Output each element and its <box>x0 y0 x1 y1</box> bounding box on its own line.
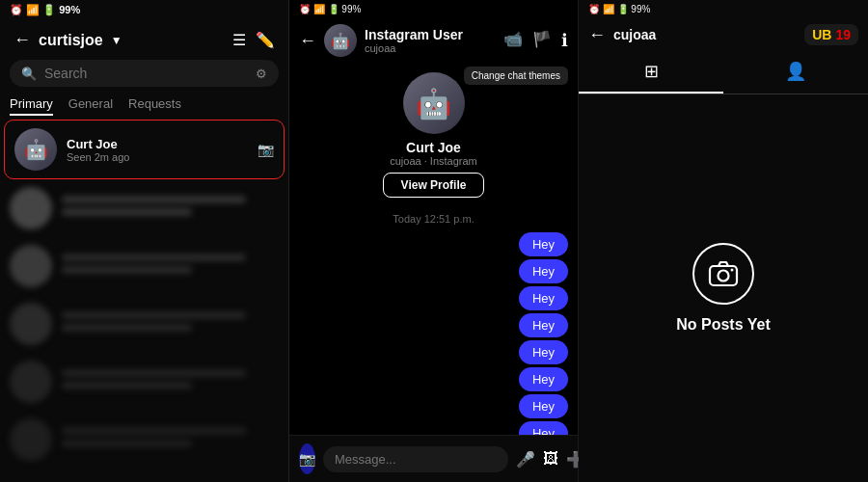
chat-header: ← 🤖 Instagram User cujoaa 📹 🏴 ℹ <box>289 18 578 63</box>
msg-bubble-6: Hey <box>519 394 568 418</box>
chat-header-sub: cujoaa <box>365 42 496 54</box>
dm-item-text: Curt Joe Seen 2m ago <box>67 137 248 163</box>
dm-item-sub: Seen 2m ago <box>67 151 248 163</box>
dm-header-left: ← curtisjoe ▼ <box>14 30 122 50</box>
profile-tabs: ⊞ 👤 <box>579 51 868 94</box>
dm-item-blurred-1 <box>0 179 288 237</box>
no-posts-camera-icon <box>692 243 754 305</box>
status-bar-panel1: ⏰ 📶 🔋 99% <box>0 0 288 20</box>
chat-profile-section: Change chat themes 🤖 Curt Joe cujoaa · I… <box>289 63 578 205</box>
dm-item-name: Curt Joe <box>67 137 248 151</box>
chat-back-icon[interactable]: ← <box>299 31 316 51</box>
no-posts-text: No Posts Yet <box>676 316 771 334</box>
dm-item-blurred-4 <box>0 353 288 411</box>
dm-list-panel: ⏰ 📶 🔋 99% ← curtisjoe ▼ ☰ ✏️ 🔍 ⚙ Primary… <box>0 0 289 482</box>
camera-small-icon: 📷 <box>258 142 274 157</box>
avatar-curt-joe: 🤖 <box>14 128 57 171</box>
svg-point-2 <box>731 269 734 272</box>
person-icon: 👤 <box>785 61 806 82</box>
profile-panel: ⏰ 📶 🔋 99% ← cujoaa UB 19 ⊞ 👤 No Post <box>579 0 868 482</box>
chat-input-bar: 📷 🎤 🖼 ➕ <box>289 435 578 482</box>
msg-bubble-7: Hey <box>519 421 568 435</box>
logo-number: 19 <box>835 27 851 42</box>
grid-icon: ⊞ <box>644 61 659 82</box>
chat-messages: Today 12:51 p.m. Hey Hey Hey Hey Hey Hey… <box>289 205 578 435</box>
view-profile-button[interactable]: View Profile <box>383 173 485 198</box>
chat-avatar: 🤖 <box>324 24 357 57</box>
chevron-down-icon[interactable]: ▼ <box>111 34 122 47</box>
logo-text: UB <box>812 27 831 42</box>
no-posts-section: No Posts Yet <box>579 94 868 482</box>
info-icon[interactable]: ℹ <box>561 30 568 51</box>
dm-item-blurred-2 <box>0 237 288 295</box>
search-icon: 🔍 <box>21 67 37 81</box>
msg-bubble-3: Hey <box>519 313 568 337</box>
profile-avatar-large: 🤖 <box>403 72 465 134</box>
chat-input-icons: 🎤 🖼 ➕ <box>516 450 585 469</box>
status-bar-panel2: ⏰ 📶 🔋 99% <box>289 0 578 18</box>
msg-bubble-2: Hey <box>519 286 568 310</box>
list-icon[interactable]: ☰ <box>232 31 246 49</box>
status-time-p1: ⏰ 📶 🔋 99% <box>10 4 80 16</box>
video-call-icon[interactable]: 📹 <box>503 30 523 51</box>
chat-header-name: Instagram User <box>365 27 496 43</box>
flag-icon[interactable]: 🏴 <box>532 30 552 51</box>
camera-button[interactable]: 📷 <box>299 443 315 474</box>
dm-list-content: 🤖 Curt Joe Seen 2m ago 📷 <box>0 120 288 482</box>
chat-date-label: Today 12:51 p.m. <box>299 213 568 225</box>
tab-requests[interactable]: Requests <box>128 96 181 116</box>
status-icons-p2: ⏰ 📶 🔋 99% <box>299 4 361 14</box>
filter-icon[interactable]: ⚙ <box>256 67 267 81</box>
message-input[interactable] <box>323 446 508 472</box>
dm-header: ← curtisjoe ▼ ☰ ✏️ <box>0 20 288 56</box>
dm-item-blurred-5 <box>0 411 288 469</box>
dm-item-blurred-3 <box>0 295 288 353</box>
chat-header-info: Instagram User cujoaa <box>365 27 496 55</box>
dm-username: curtisjoe <box>39 32 103 49</box>
edit-icon[interactable]: ✏️ <box>256 31 275 49</box>
msg-bubble-0: Hey <box>519 232 568 256</box>
profile-header-username: cujoaa <box>613 27 797 42</box>
tab-tagged[interactable]: 👤 <box>723 51 868 94</box>
msg-bubble-5: Hey <box>519 367 568 391</box>
dm-header-icons: ☰ ✏️ <box>232 31 275 49</box>
status-icons-p3: ⏰ 📶 🔋 99% <box>588 4 650 14</box>
profile-sub: cujoaa · Instagram <box>390 155 477 167</box>
chat-panel: ⏰ 📶 🔋 99% ← 🤖 Instagram User cujoaa 📹 🏴 … <box>289 0 579 482</box>
profile-name: Curt Joe <box>406 140 461 155</box>
msg-bubble-1: Hey <box>519 259 568 283</box>
profile-back-icon[interactable]: ← <box>588 25 606 45</box>
mic-icon[interactable]: 🎤 <box>516 450 535 469</box>
svg-point-1 <box>719 271 729 281</box>
search-input[interactable] <box>44 66 248 81</box>
change-theme-button[interactable]: Change chat themes <box>464 67 568 85</box>
dm-item-curt-joe[interactable]: 🤖 Curt Joe Seen 2m ago 📷 <box>4 120 285 179</box>
tab-primary[interactable]: Primary <box>10 96 53 116</box>
msg-bubble-4: Hey <box>519 340 568 364</box>
chat-header-icons: 📹 🏴 ℹ <box>503 30 568 51</box>
status-bar-panel3: ⏰ 📶 🔋 99% <box>579 0 868 18</box>
search-bar[interactable]: 🔍 ⚙ <box>10 60 279 87</box>
back-arrow-icon[interactable]: ← <box>14 30 31 50</box>
logo-badge: UB 19 <box>804 24 858 45</box>
profile-panel-header: ← cujoaa UB 19 <box>579 18 868 51</box>
gif-icon[interactable]: 🖼 <box>543 450 558 469</box>
dm-tabs: Primary General Requests <box>0 93 288 120</box>
tab-general[interactable]: General <box>68 96 113 116</box>
tab-grid[interactable]: ⊞ <box>579 51 723 94</box>
